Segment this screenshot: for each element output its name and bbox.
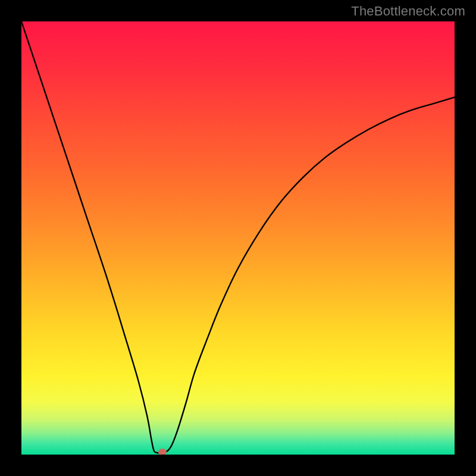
minimum-marker-dot: [158, 449, 167, 455]
watermark-text: TheBottleneck.com: [351, 4, 465, 19]
chart-frame: TheBottleneck.com: [0, 0, 476, 476]
bottleneck-curve: [21, 21, 455, 455]
plot-area: [21, 21, 455, 455]
